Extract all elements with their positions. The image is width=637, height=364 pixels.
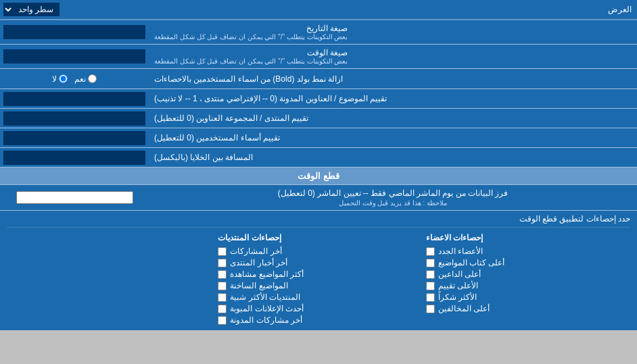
- date-format-input-area: d-m: [0, 20, 149, 44]
- top-select-area: سطر واحد سطرين ثلاثة أسطر: [0, 1, 149, 18]
- topics-limit-row: تقييم الموضوع / العناوين المدونة (0 -- ا…: [0, 89, 637, 109]
- checkboxes-container: حدد إحصاءات لتطبيق قطع الوقت إحصاءات الا…: [0, 211, 637, 330]
- users-limit-label: تقييم أسماء المستخدمين (0 للتعطيل): [149, 128, 637, 147]
- checkbox-top-rated: الأعلى تقييم: [426, 281, 627, 290]
- cutoff-label: فرز البيانات من يوم الماشر الماضي فقط --…: [149, 185, 637, 210]
- checkbox-most-viewed-input[interactable]: [218, 270, 227, 279]
- checkbox-most-viewed: أكثر المواضيع مشاهدة: [218, 269, 419, 279]
- users-limit-row: تقييم أسماء المستخدمين (0 للتعطيل) 0: [0, 128, 637, 148]
- topics-limit-input[interactable]: 33: [3, 92, 145, 106]
- checkbox-hot-topics: المواضيع الساخنة: [218, 281, 419, 290]
- date-format-label: صيغة التاريخ بعض التكوينات يتطلب "/" الت…: [149, 20, 637, 44]
- cutoff-input[interactable]: 0: [16, 191, 133, 204]
- col2-header: إحصاءات المنتديات: [218, 233, 419, 242]
- checkbox-new-members-input[interactable]: [426, 247, 435, 256]
- checkbox-most-thanks: الأكثر شكراً: [426, 292, 627, 302]
- checkbox-last-blog-posts-input[interactable]: [218, 316, 227, 325]
- time-format-input-area: H:i: [0, 45, 149, 68]
- bold-remove-label: ازالة نمط بولد (Bold) من اسماء المستخدمي…: [149, 71, 637, 87]
- checkbox-latest-classifieds: أحدث الإعلانات المبوبة: [218, 304, 419, 313]
- checkbox-last-news-input[interactable]: [218, 259, 227, 267]
- top-label: العرض: [149, 1, 637, 18]
- bold-remove-yes-radio[interactable]: [88, 74, 97, 83]
- checkbox-most-like-forums: المنتديات الأكثر شبية: [218, 292, 419, 302]
- topics-limit-label: تقييم الموضوع / العناوين المدونة (0 -- ا…: [149, 89, 637, 108]
- checkbox-col-members: إحصاءات الاعضاء الأعضاء الجدد أعلى كتاب …: [423, 231, 630, 327]
- checkbox-last-posts-input[interactable]: [218, 247, 227, 256]
- checkbox-col-forums: إحصاءات المنتديات أخر المشاركات أخر أخبا…: [214, 231, 422, 327]
- date-format-row: صيغة التاريخ بعض التكوينات يتطلب "/" الت…: [0, 20, 637, 45]
- checkbox-most-thanks-input[interactable]: [426, 293, 435, 302]
- checkbox-top-violators-input[interactable]: [426, 305, 435, 313]
- checkbox-top-violators: أعلى المخالفين: [426, 304, 627, 313]
- checkbox-latest-classifieds-input[interactable]: [218, 305, 227, 313]
- checkbox-top-rated-input[interactable]: [426, 282, 435, 290]
- topics-limit-input-area: 33: [0, 89, 149, 108]
- checkbox-top-callers: أعلى الداعين: [426, 269, 627, 279]
- cutoff-row: فرز البيانات من يوم الماشر الماضي فقط --…: [0, 185, 637, 211]
- top-select[interactable]: سطر واحد سطرين ثلاثة أسطر: [3, 3, 60, 16]
- top-row: العرض سطر واحد سطرين ثلاثة أسطر: [0, 0, 637, 20]
- cell-spacing-input[interactable]: 2: [3, 151, 145, 165]
- checkbox-most-like-forums-input[interactable]: [218, 293, 227, 302]
- checkbox-hot-topics-input[interactable]: [218, 282, 227, 290]
- time-format-input[interactable]: H:i: [3, 49, 145, 63]
- forum-limit-label: تقييم المنتدى / المجموعة العناوين (0 للت…: [149, 109, 637, 128]
- apply-label-row: حدد إحصاءات لتطبيق قطع الوقت: [7, 214, 630, 228]
- forum-limit-row: تقييم المنتدى / المجموعة العناوين (0 للت…: [0, 109, 637, 128]
- checkbox-new-members: الأعضاء الجدد: [426, 246, 627, 256]
- checkboxes-grid: إحصاءات الاعضاء الأعضاء الجدد أعلى كتاب …: [7, 231, 630, 327]
- apply-label: حدد إحصاءات لتطبيق قطع الوقت: [7, 214, 630, 224]
- time-format-label: صيغة الوقت بعض التكوينات يتطلب "/" التي …: [149, 45, 637, 68]
- cell-spacing-input-area: 2: [0, 148, 149, 167]
- bold-remove-no-label: لا: [52, 74, 68, 84]
- bold-remove-row: ازالة نمط بولد (Bold) من اسماء المستخدمي…: [0, 69, 637, 89]
- bold-remove-yes-label: نعم: [74, 74, 97, 84]
- checkbox-top-topic-writers: أعلى كتاب المواضيع: [426, 258, 627, 267]
- cell-spacing-label: المسافة بين الخلايا (بالبكسل): [149, 148, 637, 167]
- checkbox-top-callers-input[interactable]: [426, 270, 435, 279]
- cutoff-input-area: 0: [0, 185, 149, 210]
- checkbox-col-empty: [7, 231, 214, 327]
- checkbox-top-topic-writers-input[interactable]: [426, 259, 435, 267]
- forum-limit-input-area: 33: [0, 109, 149, 128]
- date-format-input[interactable]: d-m: [3, 25, 145, 39]
- users-limit-input[interactable]: 0: [3, 131, 145, 145]
- time-format-row: صيغة الوقت بعض التكوينات يتطلب "/" التي …: [0, 45, 637, 69]
- forum-limit-input[interactable]: 33: [3, 111, 145, 126]
- checkbox-last-posts: أخر المشاركات: [218, 246, 419, 256]
- users-limit-input-area: 0: [0, 128, 149, 147]
- checkbox-last-news: أخر أخبار المنتدى: [218, 258, 419, 267]
- cell-spacing-row: المسافة بين الخلايا (بالبكسل) 2: [0, 148, 637, 167]
- bold-remove-radios: نعم لا: [0, 72, 149, 86]
- cutoff-section-header: قطع الوقت: [0, 167, 637, 185]
- bold-remove-no-radio[interactable]: [59, 74, 68, 83]
- col1-header: إحصاءات الاعضاء: [426, 233, 627, 242]
- checkbox-last-blog-posts: أخر مشاركات المدونة: [218, 315, 419, 325]
